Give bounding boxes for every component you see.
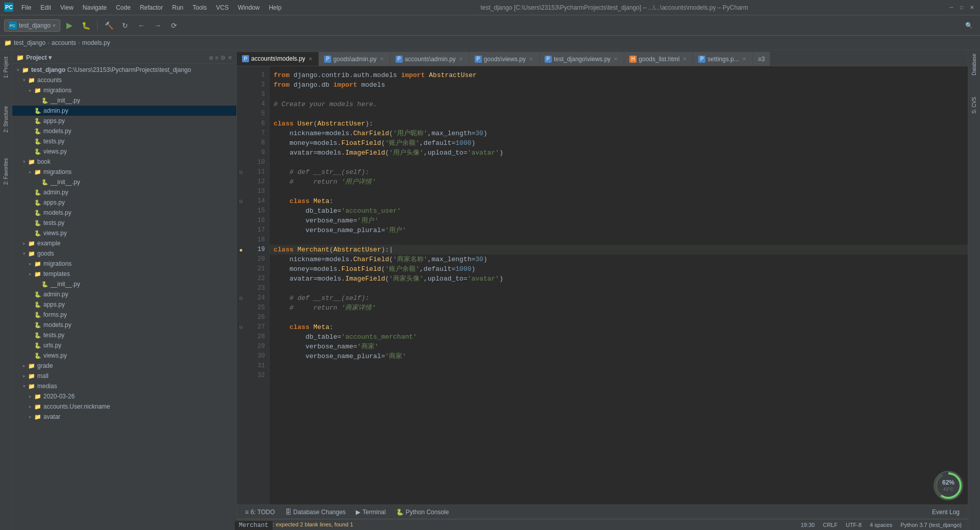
line-ending[interactable]: CRLF bbox=[821, 522, 840, 528]
fold-24[interactable]: ⊖ bbox=[239, 295, 243, 301]
tab-close-accounts-models[interactable]: ✕ bbox=[307, 56, 313, 62]
tab-test-views[interactable]: P test_django\views.py ✕ bbox=[540, 52, 624, 66]
global-search-button[interactable]: 🔍 bbox=[962, 18, 976, 33]
encoding[interactable]: UTF-8 bbox=[844, 522, 864, 528]
project-panel-button[interactable]: 1: Project bbox=[1, 52, 11, 83]
s-cvs-panel-button[interactable]: S: CVS bbox=[969, 95, 979, 115]
back-button[interactable]: ← bbox=[134, 18, 149, 33]
menu-tools[interactable]: Tools bbox=[188, 3, 211, 12]
tree-item-mall[interactable]: ▸ 📁 mall bbox=[12, 371, 236, 381]
tree-item-models-accounts[interactable]: 🐍 models.py bbox=[12, 126, 236, 136]
tree-item-apps-book[interactable]: 🐍 apps.py bbox=[12, 197, 236, 208]
menu-run[interactable]: Run bbox=[168, 3, 187, 12]
tree-item-avatar[interactable]: ▸ 📁 avatar bbox=[12, 412, 236, 422]
sync-button[interactable]: ↻ bbox=[118, 18, 132, 33]
breadcrumb-project[interactable]: 📁 test_django bbox=[4, 39, 45, 46]
collapse-icon[interactable]: ≡ bbox=[215, 55, 218, 61]
build-button[interactable]: 🔨 bbox=[102, 18, 116, 33]
minimize-button[interactable]: ─ bbox=[947, 4, 955, 12]
tree-item-tests-goods[interactable]: 🐍 tests.py bbox=[12, 330, 236, 340]
tab-goods-list[interactable]: H goods_list.html ✕ bbox=[624, 52, 693, 66]
close-button[interactable]: ✕ bbox=[968, 4, 976, 12]
fold-27[interactable]: ⊖ bbox=[239, 324, 243, 330]
tab-accounts-admin[interactable]: P accounts\admin.py ✕ bbox=[390, 52, 470, 66]
cursor-position[interactable]: 19:30 bbox=[799, 522, 817, 528]
tab-close-test-views[interactable]: ✕ bbox=[612, 56, 619, 62]
menu-vcs[interactable]: VCS bbox=[212, 3, 233, 12]
breadcrumb-file[interactable]: models.py bbox=[82, 39, 110, 46]
tree-item-goods[interactable]: ▾ 📁 goods bbox=[12, 248, 236, 259]
tree-item-migrations-goods[interactable]: ▸ 📁 migrations bbox=[12, 259, 236, 269]
tab-goods-views[interactable]: P goods\views.py ✕ bbox=[470, 52, 540, 66]
settings-icon[interactable]: ⚙ bbox=[220, 55, 226, 61]
tab-goods-admin[interactable]: P goods\admin.py ✕ bbox=[319, 52, 390, 66]
tree-item-grade[interactable]: ▸ 📁 grade bbox=[12, 361, 236, 371]
maximize-button[interactable]: □ bbox=[958, 4, 966, 12]
project-selector[interactable]: PC test_django ▾ bbox=[4, 19, 60, 32]
tab-close-goods-views[interactable]: ✕ bbox=[528, 56, 534, 62]
event-log-tab[interactable]: Event Log bbox=[928, 507, 964, 517]
menu-refactor[interactable]: Refactor bbox=[136, 3, 167, 12]
tree-item-views-accounts[interactable]: 🐍 views.py bbox=[12, 146, 236, 157]
tab-close-goods-admin[interactable]: ✕ bbox=[379, 56, 385, 62]
tree-item-urls-goods[interactable]: 🐍 urls.py bbox=[12, 340, 236, 350]
tree-item-apps-goods[interactable]: 🐍 apps.py bbox=[12, 299, 236, 310]
tab-more[interactable]: ≡3 bbox=[753, 52, 771, 66]
tree-item-init-book[interactable]: 🐍 __init__.py bbox=[12, 177, 236, 187]
tree-item-admin-goods[interactable]: 🐍 admin.py bbox=[12, 289, 236, 299]
tree-item-migrations[interactable]: ▸ 📁 migrations bbox=[12, 85, 236, 95]
tree-item-admin-accounts[interactable]: 🐍 admin.py bbox=[12, 106, 236, 116]
tab-settings[interactable]: P settings.p... ✕ bbox=[693, 52, 752, 66]
tree-item-accounts-user[interactable]: ▸ 📁 accounts.User.nickname bbox=[12, 401, 236, 412]
python-version[interactable]: Python 3.7 (test_django) bbox=[898, 522, 964, 528]
menu-file[interactable]: File bbox=[17, 3, 35, 12]
menu-code[interactable]: Code bbox=[112, 3, 135, 12]
tree-item-apps-accounts[interactable]: 🐍 apps.py bbox=[12, 116, 236, 126]
db-changes-tab[interactable]: 🗄 Database Changes bbox=[281, 507, 350, 517]
tree-root[interactable]: ▾ 📁 test_django C:\Users\23153\PycharmPr… bbox=[12, 65, 236, 75]
code-content[interactable]: from django.contrib.auth.models import A… bbox=[270, 66, 968, 504]
tree-item-date-medias[interactable]: ▸ 📁 2020-03-26 bbox=[12, 391, 236, 401]
structure-panel-button[interactable]: 2: Structure bbox=[1, 104, 11, 135]
fold-11[interactable]: ⊖ bbox=[239, 169, 243, 175]
fold-14[interactable]: ⊖ bbox=[239, 198, 243, 204]
database-panel-button[interactable]: Database bbox=[969, 54, 979, 74]
tree-item-tests-accounts[interactable]: 🐍 tests.py bbox=[12, 136, 236, 146]
code-editor[interactable]: ⊖ ⊖ ● ⊖ ⊖ bbox=[237, 66, 968, 504]
tree-item-init-accounts[interactable]: 🐍 __init__.py bbox=[12, 95, 236, 106]
menu-navigate[interactable]: Navigate bbox=[79, 3, 111, 12]
menu-help[interactable]: Help bbox=[265, 3, 286, 12]
tree-item-migrations-book[interactable]: ▸ 📁 migrations bbox=[12, 167, 236, 177]
tree-item-admin-book[interactable]: 🐍 admin.py bbox=[12, 187, 236, 197]
tab-close-goods-list[interactable]: ✕ bbox=[681, 56, 688, 62]
tree-item-forms-goods[interactable]: 🐍 forms.py bbox=[12, 310, 236, 320]
tree-item-views-book[interactable]: 🐍 views.py bbox=[12, 228, 236, 238]
tree-item-medias[interactable]: ▾ 📁 medias bbox=[12, 381, 236, 391]
tree-item-accounts[interactable]: ▾ 📁 accounts bbox=[12, 75, 236, 85]
breadcrumb-accounts[interactable]: accounts bbox=[52, 39, 76, 46]
tree-item-book[interactable]: ▾ 📁 book bbox=[12, 157, 236, 167]
python-console-tab[interactable]: 🐍 Python Console bbox=[392, 507, 453, 517]
menu-edit[interactable]: Edit bbox=[36, 3, 55, 12]
menu-window[interactable]: Window bbox=[234, 3, 264, 12]
terminal-tab[interactable]: ▶ Terminal bbox=[352, 507, 389, 517]
reload-button[interactable]: ⟳ bbox=[167, 18, 181, 33]
tree-item-models-goods[interactable]: 🐍 models.py bbox=[12, 320, 236, 330]
tab-close-accounts-admin[interactable]: ✕ bbox=[458, 56, 464, 62]
tree-item-templates-goods[interactable]: ▸ 📁 templates bbox=[12, 269, 236, 279]
forward-button[interactable]: → bbox=[151, 18, 165, 33]
tree-item-init-goods[interactable]: 🐍 __init__.py bbox=[12, 279, 236, 289]
menu-view[interactable]: View bbox=[56, 3, 78, 12]
favorites-panel-button[interactable]: 2: Favorites bbox=[1, 156, 11, 187]
locate-icon[interactable]: ⊕ bbox=[209, 55, 213, 61]
todo-tab[interactable]: ≡ 6: TODO bbox=[241, 507, 279, 517]
tree-item-views-goods[interactable]: 🐍 views.py bbox=[12, 350, 236, 361]
debug-button[interactable]: 🐛 bbox=[79, 18, 93, 33]
tab-close-settings[interactable]: ✕ bbox=[741, 56, 747, 62]
indent-settings[interactable]: 4 spaces bbox=[868, 522, 894, 528]
tree-item-models-book[interactable]: 🐍 models.py bbox=[12, 208, 236, 218]
tree-item-example[interactable]: ▸ 📁 example bbox=[12, 238, 236, 248]
close-tree-icon[interactable]: ✕ bbox=[228, 55, 232, 61]
run-button[interactable]: ▶ bbox=[62, 18, 77, 33]
tree-item-tests-book[interactable]: 🐍 tests.py bbox=[12, 218, 236, 228]
